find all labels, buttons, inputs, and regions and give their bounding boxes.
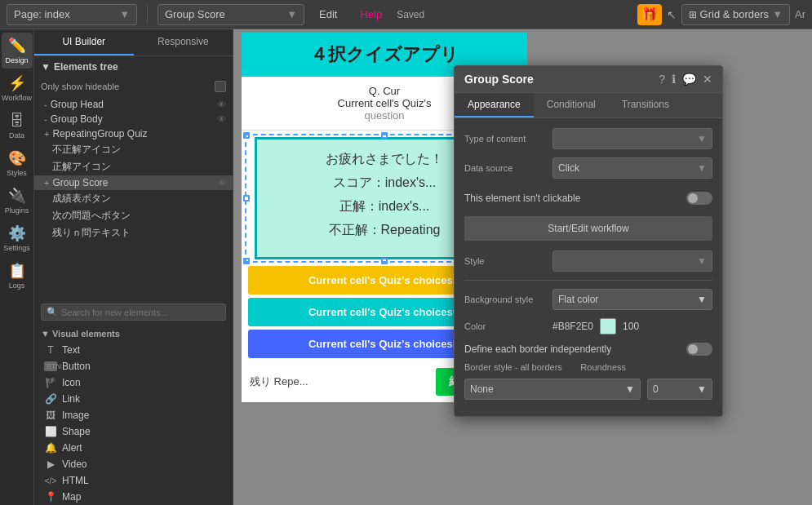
color-row: Color #B8F2E0 100 bbox=[464, 318, 712, 334]
panel-sidebar: UI Builder Responsive ▼ Elements tree On… bbox=[34, 29, 233, 505]
group-select[interactable]: Group Score ▼ bbox=[158, 4, 304, 25]
style-row: Style ▼ bbox=[464, 250, 712, 272]
help-icon[interactable]: ? bbox=[659, 73, 665, 86]
element-video[interactable]: ▶ Video bbox=[34, 456, 233, 472]
edit-button[interactable]: Edit bbox=[311, 7, 345, 22]
tree-item-group-score[interactable]: + Group Score 👁 bbox=[34, 175, 233, 190]
tree-item-rg-quiz[interactable]: + RepeatingGroup Quiz bbox=[34, 126, 233, 141]
not-clickable-label: This element isn't clickable bbox=[464, 193, 580, 204]
handle-bm[interactable] bbox=[381, 258, 388, 264]
color-label: Color bbox=[464, 321, 546, 331]
plugins-nav[interactable]: 🔌 Plugins bbox=[2, 183, 33, 219]
grid-icon: ⊞ bbox=[689, 9, 697, 20]
chat-icon[interactable]: 💬 bbox=[682, 73, 696, 86]
border-define-toggle[interactable] bbox=[686, 343, 712, 356]
data-nav[interactable]: 🗄 Data bbox=[2, 108, 33, 144]
page-select-label: Page: index bbox=[14, 8, 70, 20]
handle-tm[interactable] bbox=[381, 132, 388, 139]
handle-ml[interactable] bbox=[243, 195, 250, 202]
border-style-select[interactable]: None ▼ bbox=[464, 379, 641, 400]
tree-item-incorrect-icon[interactable]: 不正解アイコン bbox=[34, 141, 233, 158]
data-source-select[interactable]: Click ▼ bbox=[552, 157, 712, 179]
tab-conditional[interactable]: Conditional bbox=[534, 93, 609, 117]
element-html[interactable]: </> HTML bbox=[34, 472, 233, 489]
element-text[interactable]: T Text bbox=[34, 342, 233, 358]
tree-item-remaining-text[interactable]: 残りｎ問テキスト bbox=[34, 224, 233, 241]
style-select[interactable]: ▼ bbox=[552, 250, 712, 272]
bg-style-select[interactable]: Flat color ▼ bbox=[552, 289, 712, 310]
plugins-label: Plugins bbox=[5, 206, 29, 215]
border-define-label: Define each border independently bbox=[464, 343, 611, 355]
styles-icon: 🎨 bbox=[8, 149, 26, 167]
vis-icon-group-body: 👁 bbox=[217, 114, 226, 124]
tab-transitions[interactable]: Transitions bbox=[609, 93, 682, 117]
top-bar: Page: index ▼ Group Score ▼ Edit Help Sa… bbox=[0, 0, 812, 29]
help-button[interactable]: Help bbox=[352, 7, 390, 22]
left-icon-bar: ✏️ Design ⚡ Workflow 🗄 Data 🎨 Styles 🔌 P… bbox=[0, 29, 34, 505]
border-select-row: None ▼ 0 ▼ bbox=[464, 379, 712, 400]
element-map[interactable]: 📍 Map bbox=[34, 489, 233, 505]
gift-button[interactable]: 🎁 bbox=[637, 4, 662, 25]
element-button[interactable]: BTN Button bbox=[34, 358, 233, 374]
only-show-hideable-checkbox[interactable] bbox=[215, 81, 226, 92]
logs-icon: 📋 bbox=[8, 262, 26, 280]
tree-items: - Group Head 👁 - Group Body 👁 + Repeatin… bbox=[34, 95, 233, 299]
roundness-caret: ▼ bbox=[697, 383, 707, 395]
canvas-area[interactable]: ４択クイズアプリ Q. Cur Current cell's Quiz's qu… bbox=[233, 29, 812, 505]
search-box[interactable]: 🔍 bbox=[41, 303, 226, 321]
modal-title: Group Score bbox=[464, 73, 652, 86]
color-preview[interactable] bbox=[600, 318, 616, 334]
tab-responsive[interactable]: Responsive bbox=[134, 29, 233, 55]
not-clickable-toggle[interactable] bbox=[686, 192, 712, 205]
logs-nav[interactable]: 📋 Logs bbox=[2, 258, 33, 294]
tree-item-correct-icon[interactable]: 正解アイコン bbox=[34, 158, 233, 175]
link-type-icon: 🔗 bbox=[44, 393, 57, 405]
modal-overlay: Group Score ? ℹ 💬 ✕ Appearance Condition… bbox=[454, 65, 723, 417]
tree-item-score-btn[interactable]: 成績表ボタン bbox=[34, 190, 233, 207]
visual-elements-header: ▼ Visual elements bbox=[34, 326, 233, 342]
workflow-icon: ⚡ bbox=[8, 74, 26, 92]
ar-label: Ar bbox=[795, 8, 805, 20]
border-define-row: Define each border independently bbox=[464, 343, 712, 356]
topbar-separator bbox=[147, 5, 148, 24]
tree-item-group-body[interactable]: - Group Body 👁 bbox=[34, 112, 233, 126]
type-of-content-select[interactable]: ▼ bbox=[552, 128, 712, 149]
border-style-label: Border style - all borders bbox=[464, 362, 562, 372]
element-shape[interactable]: ⬜ Shape bbox=[34, 423, 233, 440]
data-source-row: Data source Click ▼ bbox=[464, 157, 712, 179]
design-label: Design bbox=[5, 56, 28, 64]
tab-ui-builder[interactable]: UI Builder bbox=[34, 29, 134, 55]
alert-type-icon: 🔔 bbox=[44, 442, 57, 454]
button-type-icon: BTN bbox=[44, 361, 57, 371]
handle-bl[interactable] bbox=[243, 258, 250, 264]
grid-borders-button[interactable]: ⊞ Grid & borders ▼ bbox=[681, 4, 790, 25]
not-clickable-row: This element isn't clickable bbox=[464, 187, 712, 210]
topbar-right: 🎁 ↖ ⊞ Grid & borders ▼ Ar bbox=[637, 4, 805, 25]
settings-label: Settings bbox=[3, 244, 30, 252]
only-show-hideable-row: Only show hideable bbox=[34, 78, 233, 95]
tree-item-group-head[interactable]: - Group Head 👁 bbox=[34, 97, 233, 112]
tab-appearance[interactable]: Appearance bbox=[455, 93, 534, 117]
element-alert[interactable]: 🔔 Alert bbox=[34, 440, 233, 456]
icon-type-icon: 🏴 bbox=[44, 377, 57, 388]
tree-item-next-btn[interactable]: 次の問題へボタン bbox=[34, 207, 233, 224]
page-select[interactable]: Page: index ▼ bbox=[7, 4, 137, 25]
element-image[interactable]: 🖼 Image bbox=[34, 407, 233, 423]
group-select-label: Group Score bbox=[165, 8, 225, 20]
html-type-icon: </> bbox=[44, 476, 57, 485]
element-icon[interactable]: 🏴 Icon bbox=[34, 374, 233, 391]
element-link[interactable]: 🔗 Link bbox=[34, 391, 233, 407]
search-input[interactable] bbox=[61, 308, 220, 317]
close-icon[interactable]: ✕ bbox=[703, 73, 712, 86]
workflow-button[interactable]: Start/Edit workflow bbox=[464, 216, 712, 241]
design-nav[interactable]: ✏️ Design bbox=[2, 33, 33, 69]
section-divider bbox=[464, 280, 712, 281]
workflow-nav[interactable]: ⚡ Workflow bbox=[2, 70, 33, 106]
styles-label: Styles bbox=[7, 169, 27, 177]
info-icon[interactable]: ℹ bbox=[672, 73, 676, 86]
styles-nav[interactable]: 🎨 Styles bbox=[2, 145, 33, 181]
handle-tl[interactable] bbox=[243, 132, 250, 139]
settings-nav[interactable]: ⚙️ Settings bbox=[2, 220, 33, 256]
roundness-select[interactable]: 0 ▼ bbox=[647, 379, 712, 400]
color-hex-value: #B8F2E0 bbox=[552, 321, 593, 332]
